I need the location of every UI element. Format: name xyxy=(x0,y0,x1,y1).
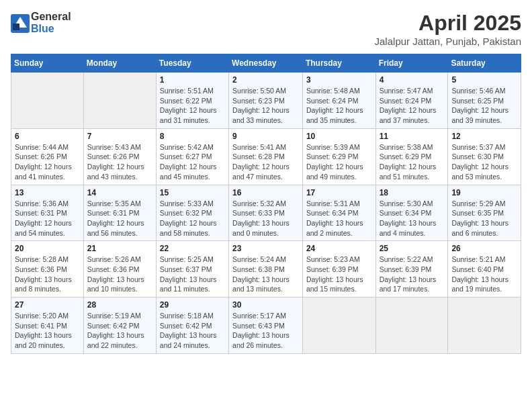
calendar-week-row: 6Sunrise: 5:44 AMSunset: 6:26 PMDaylight… xyxy=(11,128,521,185)
day-info: Sunrise: 5:25 AMSunset: 6:37 PMDaylight:… xyxy=(160,255,225,294)
day-number: 27 xyxy=(15,300,80,310)
day-number: 28 xyxy=(87,300,152,310)
calendar-cell: 19Sunrise: 5:29 AMSunset: 6:35 PMDayligh… xyxy=(448,185,521,241)
day-info: Sunrise: 5:43 AMSunset: 6:26 PMDaylight:… xyxy=(87,142,152,182)
weekday-header: Monday xyxy=(83,54,156,73)
day-number: 22 xyxy=(160,244,225,253)
day-number: 7 xyxy=(87,132,152,141)
day-info: Sunrise: 5:28 AMSunset: 6:36 PMDaylight:… xyxy=(15,255,80,294)
day-number: 25 xyxy=(380,244,445,253)
day-info: Sunrise: 5:47 AMSunset: 6:24 PMDaylight:… xyxy=(380,86,445,126)
calendar-cell: 1Sunrise: 5:51 AMSunset: 6:22 PMDaylight… xyxy=(156,73,228,129)
day-number: 9 xyxy=(232,132,299,141)
calendar-cell: 22Sunrise: 5:25 AMSunset: 6:37 PMDayligh… xyxy=(156,241,228,298)
calendar-cell: 23Sunrise: 5:24 AMSunset: 6:38 PMDayligh… xyxy=(229,241,303,298)
day-info: Sunrise: 5:33 AMSunset: 6:32 PMDaylight:… xyxy=(160,199,225,238)
day-info: Sunrise: 5:44 AMSunset: 6:26 PMDaylight:… xyxy=(15,142,80,182)
logo: General Blue xyxy=(11,11,71,34)
day-number: 19 xyxy=(451,188,517,197)
day-info: Sunrise: 5:48 AMSunset: 6:24 PMDaylight:… xyxy=(306,86,372,126)
day-number: 10 xyxy=(306,132,372,141)
calendar-week-row: 20Sunrise: 5:28 AMSunset: 6:36 PMDayligh… xyxy=(11,241,521,298)
calendar-cell: 18Sunrise: 5:30 AMSunset: 6:34 PMDayligh… xyxy=(375,185,448,241)
day-number: 1 xyxy=(160,75,225,85)
calendar-cell: 7Sunrise: 5:43 AMSunset: 6:26 PMDaylight… xyxy=(83,128,156,185)
calendar-cell: 11Sunrise: 5:38 AMSunset: 6:29 PMDayligh… xyxy=(375,128,448,185)
day-number: 3 xyxy=(306,75,372,85)
day-number: 21 xyxy=(87,244,152,253)
day-number: 15 xyxy=(160,188,225,197)
day-info: Sunrise: 5:31 AMSunset: 6:34 PMDaylight:… xyxy=(306,199,372,238)
calendar-cell: 5Sunrise: 5:46 AMSunset: 6:25 PMDaylight… xyxy=(448,73,521,129)
calendar-cell: 14Sunrise: 5:35 AMSunset: 6:31 PMDayligh… xyxy=(83,185,156,241)
day-number: 20 xyxy=(15,244,80,253)
weekday-header: Sunday xyxy=(11,54,84,73)
calendar-cell xyxy=(83,73,156,129)
day-info: Sunrise: 5:42 AMSunset: 6:27 PMDaylight:… xyxy=(160,142,225,182)
calendar-cell: 17Sunrise: 5:31 AMSunset: 6:34 PMDayligh… xyxy=(302,185,375,241)
calendar-cell xyxy=(11,73,84,129)
day-info: Sunrise: 5:51 AMSunset: 6:22 PMDaylight:… xyxy=(160,86,225,126)
calendar-week-row: 27Sunrise: 5:20 AMSunset: 6:41 PMDayligh… xyxy=(11,298,521,354)
title-block: April 2025 Jalalpur Jattan, Punjab, Paki… xyxy=(375,11,521,47)
calendar-cell: 6Sunrise: 5:44 AMSunset: 6:26 PMDaylight… xyxy=(11,128,84,185)
day-number: 30 xyxy=(232,300,299,310)
day-info: Sunrise: 5:29 AMSunset: 6:35 PMDaylight:… xyxy=(451,199,517,238)
day-number: 18 xyxy=(380,188,445,197)
calendar-cell: 28Sunrise: 5:19 AMSunset: 6:42 PMDayligh… xyxy=(83,298,156,354)
calendar-cell: 26Sunrise: 5:21 AMSunset: 6:40 PMDayligh… xyxy=(448,241,521,298)
day-info: Sunrise: 5:35 AMSunset: 6:31 PMDaylight:… xyxy=(87,199,152,238)
calendar-week-row: 1Sunrise: 5:51 AMSunset: 6:22 PMDaylight… xyxy=(11,73,521,129)
calendar-cell: 12Sunrise: 5:37 AMSunset: 6:30 PMDayligh… xyxy=(448,128,521,185)
day-number: 23 xyxy=(232,244,299,253)
day-info: Sunrise: 5:38 AMSunset: 6:29 PMDaylight:… xyxy=(380,142,445,182)
day-info: Sunrise: 5:24 AMSunset: 6:38 PMDaylight:… xyxy=(232,255,299,294)
calendar-cell: 25Sunrise: 5:22 AMSunset: 6:39 PMDayligh… xyxy=(375,241,448,298)
weekday-header-row: SundayMondayTuesdayWednesdayThursdayFrid… xyxy=(11,54,521,73)
day-number: 8 xyxy=(160,132,225,141)
day-info: Sunrise: 5:18 AMSunset: 6:42 PMDaylight:… xyxy=(160,311,225,351)
day-info: Sunrise: 5:19 AMSunset: 6:42 PMDaylight:… xyxy=(87,311,152,351)
calendar-cell xyxy=(375,298,448,354)
calendar-cell: 10Sunrise: 5:39 AMSunset: 6:29 PMDayligh… xyxy=(302,128,375,185)
calendar-cell: 20Sunrise: 5:28 AMSunset: 6:36 PMDayligh… xyxy=(11,241,84,298)
calendar-cell: 3Sunrise: 5:48 AMSunset: 6:24 PMDaylight… xyxy=(302,73,375,129)
logo-blue: Blue xyxy=(31,23,71,35)
calendar-cell xyxy=(302,298,375,354)
day-info: Sunrise: 5:32 AMSunset: 6:33 PMDaylight:… xyxy=(232,199,299,238)
weekday-header: Saturday xyxy=(448,54,521,73)
day-number: 17 xyxy=(306,188,372,197)
day-number: 29 xyxy=(160,300,225,310)
day-number: 11 xyxy=(380,132,445,141)
day-info: Sunrise: 5:50 AMSunset: 6:23 PMDaylight:… xyxy=(232,86,299,126)
logo-general: General xyxy=(31,11,71,23)
day-number: 26 xyxy=(451,244,517,253)
weekday-header: Thursday xyxy=(302,54,375,73)
day-number: 16 xyxy=(232,188,299,197)
day-info: Sunrise: 5:23 AMSunset: 6:39 PMDaylight:… xyxy=(306,255,372,294)
calendar-cell: 9Sunrise: 5:41 AMSunset: 6:28 PMDaylight… xyxy=(229,128,303,185)
weekday-header: Tuesday xyxy=(156,54,228,73)
svg-rect-2 xyxy=(13,24,19,30)
calendar-cell: 8Sunrise: 5:42 AMSunset: 6:27 PMDaylight… xyxy=(156,128,228,185)
weekday-header: Friday xyxy=(375,54,448,73)
day-number: 4 xyxy=(380,75,445,85)
calendar-cell: 4Sunrise: 5:47 AMSunset: 6:24 PMDaylight… xyxy=(375,73,448,129)
day-number: 13 xyxy=(15,188,80,197)
day-info: Sunrise: 5:36 AMSunset: 6:31 PMDaylight:… xyxy=(15,199,80,238)
day-info: Sunrise: 5:39 AMSunset: 6:29 PMDaylight:… xyxy=(306,142,372,182)
day-number: 12 xyxy=(451,132,517,141)
calendar-cell xyxy=(448,298,521,354)
day-info: Sunrise: 5:17 AMSunset: 6:43 PMDaylight:… xyxy=(232,311,299,351)
month-title: April 2025 xyxy=(375,11,521,36)
day-info: Sunrise: 5:46 AMSunset: 6:25 PMDaylight:… xyxy=(451,86,517,126)
day-number: 14 xyxy=(87,188,152,197)
day-number: 6 xyxy=(15,132,80,141)
calendar-table: SundayMondayTuesdayWednesdayThursdayFrid… xyxy=(11,54,521,354)
location-title: Jalalpur Jattan, Punjab, Pakistan xyxy=(375,36,521,47)
day-number: 5 xyxy=(451,75,517,85)
calendar-cell: 15Sunrise: 5:33 AMSunset: 6:32 PMDayligh… xyxy=(156,185,228,241)
day-info: Sunrise: 5:30 AMSunset: 6:34 PMDaylight:… xyxy=(380,199,445,238)
day-info: Sunrise: 5:26 AMSunset: 6:36 PMDaylight:… xyxy=(87,255,152,294)
day-number: 24 xyxy=(306,244,372,253)
